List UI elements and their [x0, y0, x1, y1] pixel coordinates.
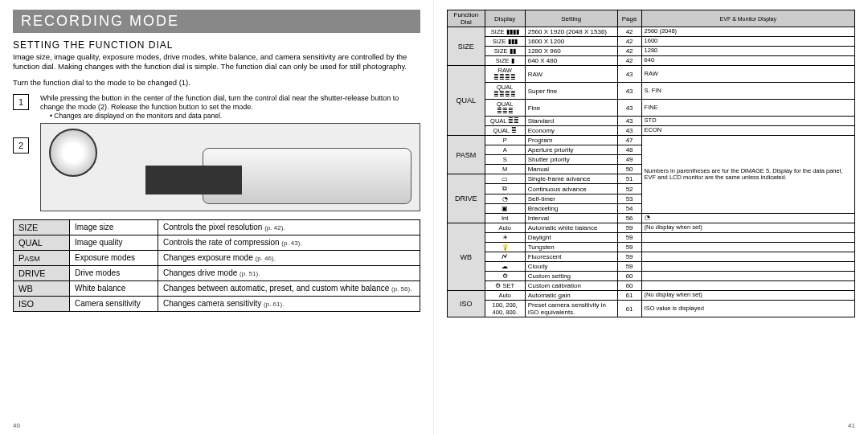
- settings-display: ⚙ SET: [485, 281, 525, 291]
- settings-page: 56: [617, 214, 641, 223]
- settings-header: EVF & Monitor Display: [641, 10, 854, 27]
- settings-page: 59: [617, 233, 641, 243]
- ft-label: WB: [14, 281, 70, 297]
- settings-evf: [641, 252, 854, 262]
- page-number-left: 40: [13, 422, 20, 429]
- settings-display: ☁: [485, 262, 525, 272]
- ft-name: Image size: [70, 220, 158, 235]
- settings-display: ☀: [485, 233, 525, 243]
- settings-evf: [641, 243, 854, 252]
- diagram-row: 1 2 While pressing the button in the cen…: [13, 94, 420, 212]
- settings-setting: Standard: [525, 117, 617, 126]
- settings-page: 54: [617, 204, 641, 214]
- page-right: Function DialDisplaySettingPageEVF & Mon…: [434, 0, 868, 434]
- settings-header: Display: [485, 10, 525, 27]
- settings-display: 💡: [485, 243, 525, 252]
- ft-label: SIZE: [14, 220, 70, 235]
- settings-evf: 640: [641, 56, 854, 66]
- settings-page: 61: [617, 301, 641, 317]
- settings-setting: Program: [525, 136, 617, 145]
- settings-setting: Custom setting: [525, 272, 617, 281]
- settings-evf: [641, 272, 854, 281]
- settings-header: Page: [617, 10, 641, 27]
- settings-setting: RAW: [525, 66, 617, 83]
- settings-setting: Cloudy: [525, 262, 617, 272]
- intro-text: Image size, image quality, exposure mode…: [13, 52, 420, 72]
- settings-evf: (No display when set): [641, 223, 854, 233]
- settings-evf: [641, 262, 854, 272]
- settings-group: QUAL: [448, 66, 485, 136]
- settings-evf: [641, 233, 854, 243]
- ft-name: White balance: [70, 281, 158, 297]
- settings-note: Numbers in parentheses are for the DiMAG…: [641, 136, 854, 214]
- settings-evf: RAW: [641, 66, 854, 83]
- camera-diagram: [40, 123, 420, 211]
- settings-evf: ECON: [641, 126, 854, 136]
- settings-evf: STD: [641, 117, 854, 126]
- settings-table: Function DialDisplaySettingPageEVF & Mon…: [447, 10, 855, 317]
- settings-setting: Preset camera sensitivity in ISO equival…: [525, 301, 617, 317]
- settings-display: 🗲: [485, 252, 525, 262]
- marker-2: 2: [13, 137, 29, 154]
- settings-display: SIZE ▮▮: [485, 47, 525, 56]
- settings-page: 60: [617, 272, 641, 281]
- settings-header: Function Dial: [448, 10, 485, 27]
- settings-display: S: [485, 155, 525, 165]
- settings-page: 43: [617, 126, 641, 136]
- settings-display: M: [485, 165, 525, 174]
- step1-text: Turn the function dial to the mode to be…: [13, 78, 420, 88]
- settings-evf: (No display when set): [641, 291, 854, 301]
- settings-evf: FINE: [641, 100, 854, 117]
- settings-setting: Economy: [525, 126, 617, 136]
- settings-page: 60: [617, 281, 641, 291]
- settings-display: P: [485, 136, 525, 145]
- settings-display: ⚙: [485, 272, 525, 281]
- settings-evf: 1280: [641, 47, 854, 56]
- settings-page: 47: [617, 136, 641, 145]
- settings-group: PASM: [448, 136, 485, 174]
- settings-display: Auto: [485, 223, 525, 233]
- settings-page: 59: [617, 243, 641, 252]
- settings-display: RAW ≣≣≣≣: [485, 66, 525, 83]
- ft-desc: Changes camera sensitivity (p. 61).: [158, 297, 420, 312]
- settings-evf: 1600: [641, 37, 854, 47]
- ft-name: Drive modes: [70, 266, 158, 281]
- ft-name: Exposure modes: [70, 251, 158, 266]
- marker-1: 1: [13, 94, 29, 110]
- ft-label: PASM: [14, 251, 70, 266]
- ft-name: Image quality: [70, 235, 158, 251]
- settings-setting: Bracketing: [525, 204, 617, 214]
- settings-group: ISO: [448, 291, 485, 317]
- settings-display: ◔: [485, 194, 525, 204]
- ft-desc: Changes drive mode (p. 51).: [158, 266, 420, 281]
- settings-page: 42: [617, 37, 641, 47]
- settings-page: 42: [617, 27, 641, 37]
- settings-page: 42: [617, 56, 641, 66]
- settings-page: 59: [617, 223, 641, 233]
- settings-group: DRIVE: [448, 174, 485, 223]
- lcd-illustration: [145, 166, 242, 194]
- ft-desc: Controls the rate of compression (p. 43)…: [158, 235, 420, 251]
- settings-display: QUAL ≣≣≣≣: [485, 83, 525, 100]
- settings-evf: ISO value is displayed: [641, 301, 854, 317]
- settings-display: ▣: [485, 204, 525, 214]
- settings-page: 59: [617, 262, 641, 272]
- settings-group: WB: [448, 223, 485, 291]
- settings-page: 51: [617, 174, 641, 184]
- settings-evf: 2560 (2048): [641, 27, 854, 37]
- settings-setting: Custom calibration: [525, 281, 617, 291]
- settings-setting: Automatic white balance: [525, 223, 617, 233]
- settings-setting: Daylight: [525, 233, 617, 243]
- settings-setting: Self-timer: [525, 194, 617, 204]
- settings-setting: Manual: [525, 165, 617, 174]
- ft-desc: Changes between automatic, preset, and c…: [158, 281, 420, 297]
- settings-group: SIZE: [448, 27, 485, 66]
- settings-display: QUAL ≣≣≣: [485, 100, 525, 117]
- function-dial-table: SIZEImage sizeControls the pixel resolut…: [13, 219, 420, 312]
- settings-page: 43: [617, 117, 641, 126]
- settings-display: SIZE ▮: [485, 56, 525, 66]
- settings-display: QUAL ≣: [485, 126, 525, 136]
- settings-page: 43: [617, 83, 641, 100]
- settings-display: Auto: [485, 291, 525, 301]
- settings-page: 59: [617, 252, 641, 262]
